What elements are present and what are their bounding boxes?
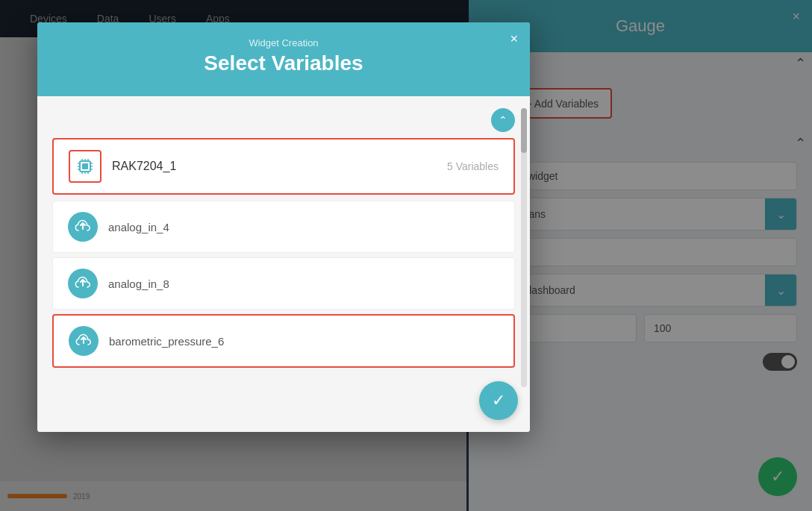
modal-confirm-button[interactable]: ✓ [479,381,518,420]
modal-body: ⌃ [37,96,530,432]
modal-title: Select Variables [52,51,515,75]
var-name-2: barometric_pressure_6 [109,335,224,348]
var-icon-0 [68,212,98,242]
modal-header: Widget Creation Select Variables × [37,22,530,96]
device-name: RAK7204_1 [112,160,176,173]
svg-rect-1 [82,163,88,169]
device-row[interactable]: RAK7204_1 5 Variables [52,138,515,195]
modal-confirm-icon: ✓ [492,391,505,410]
modal-scrollbar-thumb [521,108,527,153]
variable-row-2[interactable]: barometric_pressure_6 [52,314,515,368]
scroll-indicator: ⌃ [52,108,515,132]
var-name-1: analog_in_8 [108,278,169,290]
modal-close-button[interactable]: × [510,31,518,47]
modal-scrollbar[interactable] [521,108,527,387]
modal-subtitle: Widget Creation [52,37,515,48]
var-icon-1 [68,269,98,298]
var-name-0: analog_in_4 [108,221,169,233]
device-vars-count: 5 Variables [447,160,499,172]
device-icon [69,150,102,183]
variable-row-1[interactable]: analog_in_8 [52,257,515,310]
scroll-up-button[interactable]: ⌃ [491,108,515,132]
device-left: RAK7204_1 [69,150,176,183]
widget-creation-modal: Widget Creation Select Variables × ⌃ [37,22,530,432]
variable-row-0[interactable]: analog_in_4 [52,201,515,253]
var-icon-2 [69,326,99,356]
